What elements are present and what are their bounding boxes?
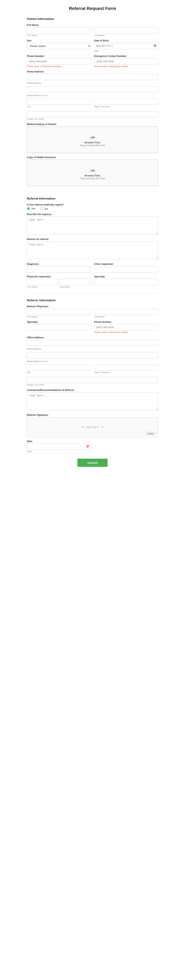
- sex-wrapper: Sex: Please Select Male Female Other: [27, 39, 91, 52]
- signature-label: Referrer Signature:: [27, 414, 158, 417]
- referrer-phone-error: Please enter a valid phone number.: [94, 331, 158, 333]
- diagnosis-clinic-group: Diagnosis: Clinic requested:: [27, 262, 158, 272]
- date-input[interactable]: 02-01-2024: [27, 444, 91, 450]
- phone-label: Phone Number:: [27, 55, 91, 57]
- home-state-wrapper: State / Province: [94, 99, 158, 108]
- signature-field-group: Referrer Signature: ✒ Sign Here ✒ Clear: [27, 414, 158, 437]
- referrer-first-name-input[interactable]: [27, 309, 91, 315]
- medically-urgent-field-group: Is this referral medically urgent? Yes N…: [27, 203, 158, 210]
- clinic-requested-input[interactable]: [94, 266, 158, 272]
- date-wrapper: Date: 02-01-2024 📅 Date: [27, 440, 91, 453]
- diagnosis-input[interactable]: [27, 266, 91, 272]
- physician-last-name-input[interactable]: [60, 279, 91, 285]
- physician-last-name-sublabel: Last Name: [60, 286, 91, 288]
- physician-specialty-group: Physician requested: First Name Last Nam…: [27, 275, 158, 288]
- referrer-phone-input[interactable]: [94, 324, 158, 330]
- referrer-information-section: Referrer Information Referrer Physician:…: [27, 299, 158, 453]
- first-name-sublabel: First Name: [27, 34, 91, 37]
- diagnosis-wrapper: Diagnosis:: [27, 262, 91, 272]
- health-insurance-browse-label: Browse Files: [31, 174, 154, 177]
- referrer-first-name-wrapper: First Name: [27, 309, 91, 318]
- clear-signature-button[interactable]: Clear: [146, 432, 155, 435]
- office-postal-input[interactable]: [27, 377, 158, 383]
- referrer-phone-label: Phone Number:: [94, 321, 158, 323]
- physician-first-name-wrapper: First Name: [27, 279, 58, 288]
- reason-textarea[interactable]: [27, 241, 158, 259]
- home-city-input[interactable]: [27, 99, 91, 105]
- medical-history-dropzone[interactable]: ☁ Browse Files Drag and drop files here: [27, 126, 158, 153]
- first-name-input[interactable]: [27, 27, 91, 33]
- medically-urgent-radio-group: Yes No: [27, 207, 158, 210]
- date-field-group: Date: 02-01-2024 📅 Date: [27, 440, 158, 453]
- home-state-input[interactable]: [94, 99, 158, 105]
- urgency-field-group: Describe the urgency:: [27, 213, 158, 235]
- radio-no-label[interactable]: No: [40, 207, 48, 210]
- office-street-input[interactable]: [27, 340, 158, 346]
- physician-last-name-wrapper: Last Name: [60, 279, 91, 288]
- radio-yes-input[interactable]: [27, 207, 30, 210]
- physician-first-name-sublabel: First Name: [27, 286, 58, 288]
- physician-requested-wrapper: Physician requested: First Name Last Nam…: [27, 275, 91, 288]
- home-city-sublabel: City: [27, 105, 91, 108]
- date-icon-wrapper: 02-01-2024 📅: [27, 444, 91, 450]
- dob-date-icon-wrapper: 📅: [94, 43, 158, 49]
- pen-icon-right: ✒: [101, 425, 104, 430]
- office-address-field-group: Office Address: Street Address Street Ad…: [27, 336, 158, 386]
- patient-information-section: Patient Information Full Name: First Nam…: [27, 17, 158, 186]
- office-street2-input[interactable]: [27, 352, 158, 358]
- office-postal-sublabel: Postal / Zip Code: [27, 383, 158, 386]
- dob-input[interactable]: [94, 43, 158, 49]
- referrer-phone-wrapper: Phone Number: Please enter a valid phone…: [94, 321, 158, 333]
- comments-textarea[interactable]: [27, 392, 158, 410]
- radio-no-input[interactable]: [40, 207, 43, 210]
- home-street2-input[interactable]: [27, 86, 158, 92]
- office-street-sublabel: Street Address: [27, 348, 158, 350]
- sex-select[interactable]: Please Select Male Female Other: [27, 43, 91, 49]
- referrer-last-name-input[interactable]: [94, 309, 158, 315]
- dob-label: Date of Birth:: [94, 39, 158, 42]
- full-name-field-group: Full Name: First Name Last Name: [27, 24, 158, 37]
- phone-input[interactable]: [27, 58, 91, 65]
- last-name-input[interactable]: [94, 27, 158, 33]
- office-state-input[interactable]: [94, 364, 158, 371]
- referrer-physician-label: Referrer Physician:: [27, 305, 158, 308]
- home-postal-input[interactable]: [27, 111, 158, 117]
- physician-first-name-input[interactable]: [27, 279, 58, 285]
- radio-no-text: No: [44, 207, 48, 210]
- full-name-label: Full Name:: [27, 24, 158, 27]
- referrer-specialty-phone-group: Specialty: Phone Number: Please enter a …: [27, 321, 158, 333]
- home-city-wrapper: City: [27, 99, 91, 108]
- reason-field-group: Reason for referral:: [27, 238, 158, 260]
- signature-box[interactable]: ✒ Sign Here ✒ Clear: [27, 417, 158, 437]
- comments-field-group: Comments/Recommendations of Referrer:: [27, 389, 158, 411]
- emergency-contact-input[interactable]: [94, 58, 158, 65]
- specialty-patient-input[interactable]: [94, 279, 158, 285]
- first-name-wrapper: First Name: [27, 27, 91, 37]
- specialty-patient-wrapper: Specialty:: [94, 275, 158, 288]
- emergency-contact-error: Please enter a valid phone number.: [94, 65, 158, 67]
- health-insurance-dropzone[interactable]: ☁ Browse Files Drag and drop files here: [27, 159, 158, 186]
- signature-placeholder: ✒ Sign Here ✒: [81, 425, 104, 430]
- referrer-specialty-wrapper: Specialty:: [27, 321, 91, 333]
- cloud-upload-icon: ☁: [31, 133, 154, 140]
- medical-history-label: Medical History of Patient:: [27, 123, 158, 126]
- radio-yes-label[interactable]: Yes: [27, 207, 35, 210]
- form-title: Referral Request Form: [27, 6, 158, 11]
- office-city-sublabel: City: [27, 371, 91, 374]
- office-city-input[interactable]: [27, 364, 91, 371]
- phone-wrapper: Phone Number: Please enter a valid phone…: [27, 55, 91, 67]
- comments-label: Comments/Recommendations of Referrer:: [27, 389, 158, 391]
- urgency-textarea[interactable]: [27, 216, 158, 234]
- referrer-specialty-label: Specialty:: [27, 321, 91, 323]
- home-state-sublabel: State / Province: [94, 105, 158, 108]
- referrer-specialty-input[interactable]: [27, 324, 91, 330]
- phone-emergency-group: Phone Number: Please enter a valid phone…: [27, 55, 158, 67]
- home-address-field-group: Home Address: Street Address Street Addr…: [27, 70, 158, 120]
- sex-label: Sex:: [27, 39, 91, 42]
- clinic-requested-label: Clinic requested:: [94, 262, 158, 266]
- referral-information-section: Referral Information Is this referral me…: [27, 197, 158, 288]
- home-street-input[interactable]: [27, 74, 158, 80]
- submit-button[interactable]: Submit: [77, 459, 108, 467]
- health-insurance-field-group: Copy of Health Insurance: ☁ Browse Files…: [27, 156, 158, 186]
- office-city-wrapper: City: [27, 364, 91, 374]
